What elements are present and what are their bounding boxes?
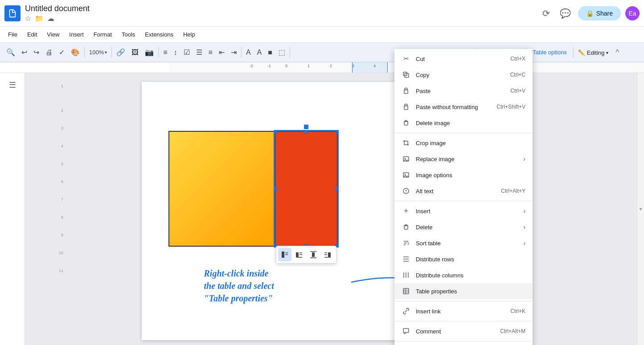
spellcheck-button[interactable]: ✓ — [56, 46, 67, 58]
background-button[interactable]: ■ — [265, 47, 275, 58]
print-button[interactable]: 🖨 — [43, 47, 55, 58]
indent-less-button[interactable]: ⇤ — [216, 46, 227, 58]
cm-distribute-cols[interactable]: Distribute columns — [394, 267, 533, 283]
cm-insert-link[interactable]: Insert link Ctrl+K — [394, 303, 533, 319]
star-icon[interactable]: ☆ — [25, 14, 31, 23]
svg-rect-28 — [404, 226, 408, 229]
history-button[interactable]: ⟳ — [540, 5, 553, 21]
insert-image-button[interactable]: 🖼 — [129, 47, 141, 58]
border-button[interactable]: ⬚ — [276, 46, 288, 58]
bullet-list-button[interactable]: ☰ — [193, 46, 205, 58]
toolbar-sep-3 — [158, 47, 159, 58]
line-spacing-button[interactable]: ↕ — [171, 47, 180, 58]
svg-rect-42 — [403, 329, 409, 333]
cm-distribute-rows[interactable]: Distribute rows — [394, 251, 533, 267]
cm-image-options[interactable]: Image options — [394, 167, 533, 183]
insert-img2-button[interactable]: 📷 — [142, 46, 156, 58]
search-button[interactable]: 🔍 — [4, 46, 18, 58]
align-right-button[interactable] — [321, 248, 334, 261]
highlight-button[interactable]: A — [243, 47, 254, 58]
outline-icon[interactable]: ☰ — [6, 77, 19, 93]
checklist-button[interactable]: ☑ — [181, 46, 193, 58]
cm-paste-noformat[interactable]: Paste without formatting Ctrl+Shift+V — [394, 99, 533, 115]
cm-comment-shortcut: Ctrl+Alt+M — [500, 328, 525, 334]
svg-point-23 — [405, 158, 406, 159]
menu-format[interactable]: Format — [89, 29, 116, 40]
cm-image-options-label: Image options — [416, 172, 525, 179]
cm-insert[interactable]: + Insert › — [394, 203, 533, 219]
align-inline-button[interactable] — [278, 248, 291, 261]
toolbar-collapse-button[interactable]: ^ — [613, 47, 622, 58]
align-left-button[interactable] — [292, 248, 306, 261]
menu-extensions[interactable]: Extensions — [140, 29, 178, 40]
chat-button[interactable]: 💬 — [557, 5, 574, 21]
redo-button[interactable]: ↪ — [31, 46, 42, 58]
cm-copy[interactable]: Copy Ctrl+C — [394, 67, 533, 83]
cm-divider-1 — [394, 133, 533, 133]
menu-insert[interactable]: Insert — [65, 29, 88, 40]
scroll-down-arrow[interactable]: ▼ — [639, 207, 643, 211]
svg-rect-18 — [405, 88, 407, 90]
cm-replace-image-arrow: › — [523, 155, 525, 162]
menu-edit[interactable]: Edit — [23, 29, 41, 40]
cm-delete[interactable]: Delete › — [394, 219, 533, 235]
avatar[interactable]: Ea — [625, 6, 640, 20]
menu-tools[interactable]: Tools — [117, 29, 139, 40]
table-options-ctx-button[interactable]: Table options — [526, 46, 573, 59]
cm-delete-image-label: Delete image — [416, 120, 525, 126]
table-properties-icon — [402, 287, 410, 296]
pencil-icon: ✏️ — [578, 49, 585, 56]
num-list-button[interactable]: ≡ — [206, 47, 215, 58]
doc-title[interactable]: Untitled document — [25, 4, 90, 13]
distribute-rows-icon — [402, 255, 410, 264]
editing-mode-button[interactable]: ✏️ Editing ▾ — [574, 48, 613, 58]
menu-view[interactable]: View — [42, 29, 64, 40]
svg-rect-10 — [328, 252, 331, 257]
cm-comment[interactable]: Comment Ctrl+Alt+M — [394, 323, 533, 339]
doc-table[interactable] — [168, 131, 338, 247]
cm-paste-noformat-shortcut: Ctrl+Shift+V — [496, 104, 525, 110]
folder-icon[interactable]: 📁 — [35, 14, 44, 23]
share-button[interactable]: 🔒 Share — [578, 6, 621, 20]
indent-more-button[interactable]: ⇥ — [228, 46, 239, 58]
main-area: ☰ 1 2 3 4 5 6 7 8 9 10 11 — [0, 73, 644, 345]
undo-button[interactable]: ↩ — [19, 46, 30, 58]
handle-ml — [274, 187, 277, 191]
cut-icon: ✂ — [402, 54, 410, 63]
cm-insert-arrow: › — [523, 207, 525, 215]
align-center-button[interactable] — [307, 248, 320, 261]
table-cell-left[interactable] — [169, 131, 275, 246]
cm-alt-text[interactable]: Alt text Ctrl+Alt+Y — [394, 183, 533, 199]
cm-sort-table[interactable]: Sort table › — [394, 235, 533, 251]
document-area[interactable]: 1 2 3 4 5 6 7 8 9 10 11 — [25, 73, 637, 345]
align-button[interactable]: ≡ — [160, 47, 170, 58]
menu-file[interactable]: File — [4, 29, 22, 40]
insert-link-icon — [402, 307, 410, 316]
lock-icon: 🔒 — [586, 10, 594, 17]
cm-paste[interactable]: Paste Ctrl+V — [394, 83, 533, 99]
cm-delete-image[interactable]: Delete image — [394, 115, 533, 131]
cm-view-more-actions[interactable]: ⋮ View more actions › — [394, 343, 533, 345]
cloud-icon[interactable]: ☁ — [47, 14, 54, 23]
right-scrollbar[interactable]: ▼ — [637, 73, 644, 345]
cm-paste-noformat-label: Paste without formatting — [416, 104, 492, 110]
paint-format-button[interactable]: 🎨 — [68, 46, 82, 58]
cm-divider-3 — [394, 301, 533, 301]
cm-crop-image-label: Crop image — [416, 140, 525, 146]
svg-point-27 — [406, 192, 406, 193]
table-cell-right[interactable] — [275, 131, 337, 246]
menu-help[interactable]: Help — [179, 29, 200, 40]
cm-replace-image[interactable]: Replace image › — [394, 151, 533, 167]
link-button[interactable]: 🔗 — [114, 46, 128, 58]
cm-crop-image[interactable]: Crop image — [394, 135, 533, 151]
cm-table-properties[interactable]: Table properties — [394, 283, 533, 299]
svg-rect-17 — [404, 90, 408, 93]
cm-cut[interactable]: ✂ Cut Ctrl+X — [394, 51, 533, 67]
svg-rect-19 — [404, 106, 408, 110]
comment-icon — [402, 327, 410, 336]
text-color-button[interactable]: A — [254, 47, 265, 58]
zoom-button[interactable]: 100% ▾ — [86, 47, 110, 57]
toolbar-sep-4 — [241, 47, 242, 58]
handle-tm — [304, 130, 308, 134]
annotation-text: Right-click inside the table and select … — [204, 267, 274, 304]
